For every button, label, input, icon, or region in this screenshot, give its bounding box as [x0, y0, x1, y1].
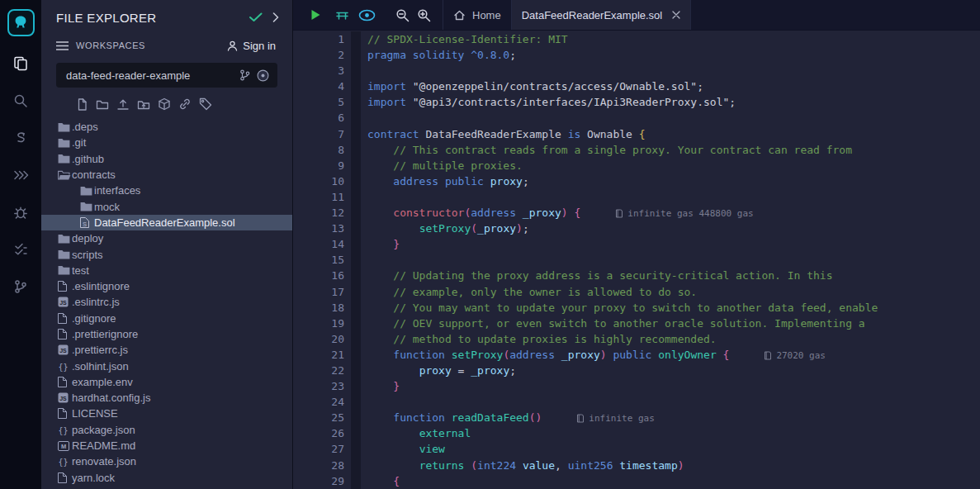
tree-item[interactable]: .prettierignore	[41, 326, 292, 342]
upload-file-icon[interactable]	[116, 98, 130, 111]
line-number[interactable]: 12	[293, 205, 344, 221]
tree-item[interactable]: deploy	[41, 230, 292, 246]
upload-folder-icon[interactable]	[137, 98, 150, 111]
line-number[interactable]: 15	[293, 252, 344, 268]
line-number[interactable]: 3	[293, 63, 344, 78]
new-folder-icon[interactable]	[96, 98, 109, 111]
tree-item[interactable]: mock	[41, 198, 292, 214]
line-number[interactable]: 11	[293, 189, 344, 205]
sign-in-button[interactable]: Sign in	[227, 40, 276, 52]
code-line[interactable]: 12 constructor(address _proxy) {infinite…	[293, 205, 980, 221]
tree-item[interactable]: JS.prettierrc.js	[41, 342, 292, 358]
tree-item[interactable]: .git	[41, 135, 292, 150]
line-number[interactable]: 25	[293, 410, 344, 425]
line-number[interactable]: 4	[293, 78, 344, 94]
remix-logo-icon[interactable]	[7, 9, 35, 36]
line-number[interactable]: 26	[293, 425, 344, 441]
line-number[interactable]: 16	[293, 268, 344, 283]
tree-item[interactable]: {}.solhint.json	[41, 358, 292, 373]
line-number[interactable]: 18	[293, 300, 344, 316]
tree-item[interactable]: test	[41, 263, 292, 278]
tree-item[interactable]: SDataFeedReaderExample.sol	[41, 215, 292, 230]
zoom-out-button[interactable]	[395, 0, 410, 30]
file-explorer-icon[interactable]	[0, 45, 41, 82]
code-line[interactable]: 6	[293, 110, 980, 126]
ipfs-cube-icon[interactable]	[158, 97, 171, 111]
tree-item[interactable]: .deps	[41, 119, 292, 135]
line-number[interactable]: 2	[293, 47, 344, 63]
tree-item[interactable]: example.env	[41, 374, 292, 390]
line-number[interactable]: 1	[293, 31, 344, 47]
zoom-in-button[interactable]	[417, 0, 431, 30]
gist-tag-icon[interactable]	[199, 97, 212, 111]
solidity-compiler-icon[interactable]	[0, 119, 41, 156]
tree-item[interactable]: {}renovate.json	[41, 453, 292, 469]
code-line[interactable]: 20 // method to update proxies is highly…	[293, 331, 980, 347]
check-icon[interactable]	[249, 12, 263, 22]
code-line[interactable]: 22 proxy = _proxy;	[293, 363, 980, 378]
run-script-button[interactable]	[310, 0, 321, 30]
toggle-widget-icon[interactable]	[358, 0, 376, 30]
code-line[interactable]: 5import "@api3/contracts/interfaces/IApi…	[293, 94, 980, 110]
code-line[interactable]: 9 // multiple proxies.	[293, 158, 980, 173]
code-line[interactable]: 10 address public proxy;	[293, 173, 980, 189]
line-number[interactable]: 27	[293, 441, 344, 457]
tree-item[interactable]: .eslintignore	[41, 278, 292, 294]
code-line[interactable]: 16 // Updating the proxy address is a se…	[293, 268, 980, 283]
line-number[interactable]: 19	[293, 316, 344, 331]
line-number[interactable]: 6	[293, 110, 344, 126]
tree-item[interactable]: yarn.lock	[41, 470, 292, 486]
line-number[interactable]: 10	[293, 173, 344, 189]
code-editor[interactable]: 1// SPDX-License-Identifier: MIT2pragma …	[293, 31, 980, 489]
code-line[interactable]: 24	[293, 394, 980, 410]
line-number[interactable]: 17	[293, 284, 344, 300]
tree-item[interactable]: scripts	[41, 246, 292, 262]
tree-item[interactable]: JShardhat.config.js	[41, 390, 292, 406]
code-line[interactable]: 4import "@openzeppelin/contracts/access/…	[293, 78, 980, 94]
hamburger-menu-icon[interactable]	[56, 41, 69, 50]
git-branch-icon[interactable]	[239, 69, 250, 81]
search-icon[interactable]	[0, 82, 41, 119]
line-number[interactable]: 24	[293, 394, 344, 410]
tree-item[interactable]: LICENSE	[41, 406, 292, 421]
git-icon[interactable]	[0, 268, 41, 305]
code-line[interactable]: 8 // This contract reads from a single p…	[293, 142, 980, 158]
code-line[interactable]: 15	[293, 252, 980, 268]
line-number[interactable]: 13	[293, 221, 344, 236]
line-number[interactable]: 20	[293, 331, 344, 347]
tree-item[interactable]: JS.eslintrc.js	[41, 294, 292, 310]
line-number[interactable]: 28	[293, 458, 344, 473]
code-line[interactable]: 7contract DataFeedReaderExample is Ownab…	[293, 126, 980, 142]
code-line[interactable]: 3	[293, 63, 980, 78]
code-line[interactable]: 13 setProxy(_proxy);	[293, 221, 980, 236]
workspace-settings-icon[interactable]	[257, 69, 269, 82]
code-line[interactable]: 11	[293, 189, 980, 205]
code-line[interactable]: 26 external	[293, 425, 980, 441]
tab-active-file[interactable]: DataFeedReaderExample.sol	[512, 0, 692, 30]
link-icon[interactable]	[178, 97, 192, 111]
code-line[interactable]: 19 // OEV support, or even switch to ano…	[293, 316, 980, 331]
code-line[interactable]: 21 function setProxy(address _proxy) pub…	[293, 347, 980, 363]
code-line[interactable]: 14 }	[293, 236, 980, 252]
solidity-unit-testing-icon[interactable]	[0, 230, 41, 268]
code-line[interactable]: 1// SPDX-License-Identifier: MIT	[293, 31, 980, 47]
line-number[interactable]: 14	[293, 236, 344, 252]
tree-item[interactable]: contracts	[41, 167, 292, 183]
line-number[interactable]: 21	[293, 347, 344, 363]
code-line[interactable]: 25 function readDataFeed()infinite gas	[293, 410, 980, 425]
line-number[interactable]: 5	[293, 94, 344, 110]
tab-home[interactable]: Home	[443, 0, 512, 30]
tree-item[interactable]: .github	[41, 151, 292, 167]
line-number[interactable]: 9	[293, 158, 344, 173]
code-line[interactable]: 27 view	[293, 441, 980, 457]
code-line[interactable]: 18 // You may want to update your proxy …	[293, 300, 980, 316]
line-number[interactable]: 22	[293, 363, 344, 378]
code-line[interactable]: 29 {	[293, 473, 980, 489]
debugger-icon[interactable]	[0, 193, 41, 230]
deploy-run-icon[interactable]	[0, 156, 41, 193]
line-number[interactable]: 23	[293, 378, 344, 394]
line-number[interactable]: 8	[293, 142, 344, 158]
workspace-selector[interactable]: data-feed-reader-example	[56, 63, 277, 88]
script-runner-icon[interactable]	[335, 0, 349, 30]
tree-item[interactable]: MREADME.md	[41, 438, 292, 453]
